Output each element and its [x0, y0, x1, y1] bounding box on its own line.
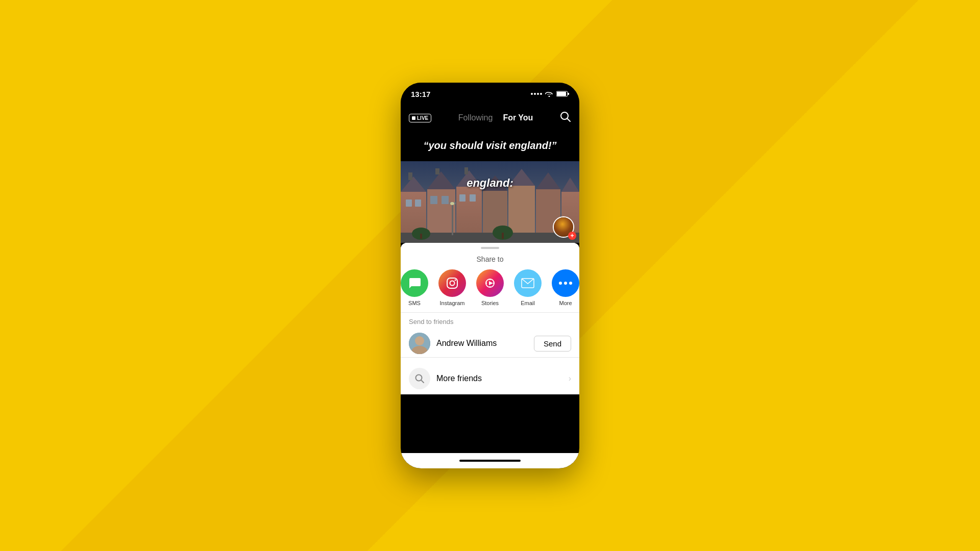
- send-button[interactable]: Send: [534, 336, 571, 352]
- divider-2: [401, 357, 579, 358]
- share-stories[interactable]: Stories: [476, 269, 504, 306]
- video-area: “you should visit england!”: [401, 131, 579, 243]
- sms-label: SMS: [408, 300, 421, 306]
- chevron-right-icon: ›: [569, 374, 571, 383]
- share-sheet: Share to SMS Instagr: [401, 243, 579, 394]
- video-background: [401, 161, 579, 243]
- svg-rect-23: [406, 199, 412, 207]
- stories-icon: [476, 269, 504, 297]
- divider: [401, 312, 579, 313]
- video-caption-top: “you should visit england!”: [401, 131, 579, 160]
- svg-rect-34: [420, 234, 422, 239]
- svg-line-54: [421, 380, 424, 383]
- share-instagram[interactable]: Instagram: [438, 269, 466, 306]
- svg-point-47: [559, 282, 562, 285]
- svg-rect-2: [568, 93, 569, 95]
- svg-rect-30: [452, 202, 453, 235]
- stories-label: Stories: [481, 300, 499, 306]
- app-header: LIVE Following For You: [401, 105, 579, 131]
- phone-frame: 13:17 LIVE Following For You: [401, 83, 579, 468]
- svg-point-48: [564, 282, 567, 285]
- search-friends-icon: [409, 368, 430, 389]
- share-email[interactable]: Email: [514, 269, 542, 306]
- home-indicator: [401, 453, 579, 468]
- svg-point-32: [450, 202, 454, 205]
- share-to-title: Share to: [401, 253, 579, 269]
- svg-rect-26: [442, 196, 449, 204]
- svg-rect-24: [415, 199, 421, 207]
- signal-icon: [531, 93, 542, 95]
- sms-icon: [401, 269, 428, 297]
- svg-rect-27: [459, 194, 465, 202]
- svg-rect-22: [464, 167, 468, 174]
- profile-follow-button[interactable]: +: [568, 232, 576, 240]
- more-friends-row[interactable]: More friends ›: [401, 363, 579, 394]
- wifi-icon: [545, 91, 553, 97]
- tab-for-you[interactable]: For You: [503, 113, 533, 122]
- instagram-icon: [438, 269, 466, 297]
- svg-point-51: [415, 336, 424, 345]
- svg-rect-25: [430, 196, 437, 204]
- nav-tabs: Following For You: [458, 113, 533, 122]
- share-sms[interactable]: SMS: [401, 269, 428, 306]
- svg-point-38: [450, 281, 455, 286]
- friend-row: Andrew Williams Send: [401, 330, 579, 357]
- svg-point-39: [455, 280, 456, 281]
- drag-handle-area: [401, 243, 579, 253]
- friend-name: Andrew Williams: [436, 339, 528, 348]
- live-badge: LIVE: [409, 114, 431, 122]
- video-caption-overlay: england:: [401, 177, 579, 190]
- svg-rect-1: [557, 92, 566, 96]
- more-friends-label: More friends: [436, 374, 562, 383]
- instagram-label: Instagram: [440, 300, 465, 306]
- tab-following[interactable]: Following: [458, 113, 493, 122]
- status-icons: [531, 91, 569, 97]
- svg-point-49: [569, 282, 572, 285]
- more-share-label: More: [559, 300, 572, 306]
- email-icon: [514, 269, 542, 297]
- send-to-friends-label: Send to friends: [401, 318, 579, 330]
- share-options: SMS Instagram: [401, 269, 579, 312]
- drag-handle: [481, 247, 499, 249]
- search-button[interactable]: [560, 111, 571, 124]
- battery-icon: [556, 91, 569, 97]
- svg-rect-28: [470, 194, 476, 202]
- status-time: 13:17: [411, 90, 430, 98]
- friend-avatar: [409, 333, 430, 354]
- svg-rect-21: [435, 168, 439, 174]
- friend-avatar-image: [409, 333, 430, 354]
- share-more[interactable]: More: [552, 269, 579, 306]
- svg-line-4: [567, 118, 570, 121]
- status-bar: 13:17: [401, 83, 579, 105]
- more-icon: [552, 269, 579, 297]
- email-label: Email: [521, 300, 535, 306]
- home-bar: [459, 460, 521, 462]
- svg-rect-36: [502, 233, 504, 239]
- svg-marker-41: [489, 281, 493, 285]
